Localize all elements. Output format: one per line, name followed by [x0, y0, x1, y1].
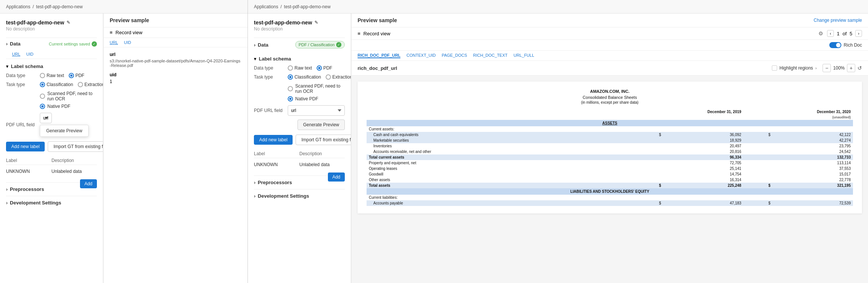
generate-preview-popup-left[interactable]: Generate Preview	[40, 125, 89, 137]
highlight-regions-toggle[interactable]: Highlight regions ›	[772, 65, 817, 71]
data-section-right[interactable]: › Data PDF / Classification	[254, 38, 345, 51]
pdf-page: AMAZON.COM, INC. Consolidated Balance Sh…	[358, 82, 862, 213]
highlight-chevron[interactable]: ›	[815, 66, 817, 70]
radio-class-right[interactable]: Classification	[288, 74, 321, 80]
add-label-row-right: Add new label Import GT from existing fi…	[254, 135, 345, 145]
col-desc-left: Description	[51, 158, 97, 163]
pdf-scanned-left[interactable]: Scanned PDF, need to run OCR	[40, 91, 97, 101]
label-schema-toggle-right[interactable]: ▾ Label schema	[254, 56, 345, 62]
radio-btn-extract-left[interactable]	[78, 82, 83, 87]
dev-settings-toggle-right[interactable]: › Development Settings	[254, 189, 345, 203]
radio-btn-extract-right[interactable]	[326, 74, 331, 80]
refresh-btn[interactable]: ↺	[857, 65, 862, 71]
radio-raw-text-right[interactable]: Raw text	[288, 65, 312, 71]
tab-uid-left[interactable]: UID	[26, 52, 33, 56]
radio-btn-scanned-right[interactable]	[288, 86, 293, 91]
current-liabilities-row: Current liabilities:	[367, 195, 853, 200]
cell-label-0: UNKNOWN	[6, 169, 51, 174]
radio-btn-scanned-left[interactable]	[40, 94, 45, 99]
toggle-track[interactable]	[829, 42, 841, 48]
tab-rich-doc-text[interactable]: RICH_DOC_TEXT	[473, 53, 508, 58]
pdf-native-right[interactable]: Native PDF	[288, 96, 345, 101]
rich-doc-toggle-row: Rich Doc	[352, 40, 868, 51]
radio-btn-pdf-left[interactable]	[69, 73, 74, 78]
import-gt-btn-right[interactable]: Import GT from existing field	[296, 135, 351, 145]
gen-preview-btn-right[interactable]: Generate Preview	[297, 120, 345, 130]
preview-header-left: Preview sample	[104, 14, 248, 27]
pdf-classification-badge[interactable]: PDF / Classification	[295, 41, 345, 48]
preprocessors-toggle-right[interactable]: › Preprocessors	[254, 176, 328, 189]
edit-icon-right[interactable]: ✎	[314, 20, 318, 25]
total-assets-row: Total assets $ 225,248 $ 321,195	[367, 183, 853, 188]
gear-btn-right[interactable]: ⚙	[818, 30, 824, 37]
tab-rich-doc-url[interactable]: RICH_DOC_PDF_URL	[358, 53, 400, 58]
task-type-label-right: Task type	[254, 74, 284, 80]
radio-pdf-right[interactable]: PDF	[317, 65, 332, 71]
rich-doc-field-header: rich_doc_pdf_url Highlight regions › − 1…	[352, 61, 868, 76]
add-new-label-btn-left[interactable]: Add new label	[6, 142, 45, 151]
radio-btn-class-left[interactable]	[40, 82, 45, 87]
tab-uid-prev-left[interactable]: UID	[124, 40, 131, 45]
data-section-left[interactable]: › Data Current settings saved	[6, 38, 97, 50]
radio-btn-native-left[interactable]	[40, 104, 45, 109]
radio-classification-left[interactable]: Classification	[40, 82, 73, 87]
record-view-label-right: Record view	[364, 31, 391, 36]
pdf-native-left[interactable]: Native PDF	[40, 104, 97, 109]
prev-btn-right[interactable]: ‹	[827, 30, 834, 37]
change-preview-btn-right[interactable]: Change preview sample	[814, 18, 862, 23]
radio-btn-native-right[interactable]	[288, 96, 293, 101]
chevron-down-schema-r: ▾	[254, 56, 257, 62]
label-table-left: Label Description UNKNOWN Unlabeled data	[6, 156, 97, 176]
add-new-label-btn-right[interactable]: Add new label	[254, 135, 293, 145]
import-gt-btn-left[interactable]: Import GT from existing field	[48, 141, 103, 152]
radio-btn-class-right[interactable]	[288, 74, 293, 80]
breadcrumb-apps-left[interactable]: Applications	[6, 4, 30, 9]
record-view-bar-right: ≡ Record view ⚙ ‹ 1 of 5 ›	[352, 27, 868, 40]
sample-url-section-left: url s3://snorkel-native-pdf-sample-datas…	[104, 47, 248, 72]
rich-doc-toggle[interactable]: Rich Doc	[829, 42, 862, 48]
tab-url-left[interactable]: URL	[12, 52, 20, 56]
dev-settings-section-right: › Development Settings	[254, 189, 345, 203]
add-label-row-left: Add new label Import GT from existing fi…	[6, 141, 97, 152]
chevron-right-dev-r: ›	[254, 193, 255, 199]
breadcrumb-apps-right[interactable]: Applications	[254, 4, 278, 9]
zoom-out-btn[interactable]: −	[823, 64, 831, 72]
pdf-url-select-right[interactable]: url	[288, 105, 345, 116]
chevron-right-pre: ›	[6, 186, 8, 192]
preprocessors-toggle-left[interactable]: › Preprocessors	[6, 183, 80, 196]
radio-btn-pdf-right[interactable]	[317, 65, 322, 71]
pdf-type-options-left: Scanned PDF, need to run OCR Native PDF	[40, 91, 97, 109]
edit-icon-left[interactable]: ✎	[66, 20, 70, 25]
toggle-thumb	[836, 43, 841, 47]
radio-extract-right[interactable]: Extraction	[326, 74, 351, 80]
page-current: 1	[837, 31, 839, 36]
balance-sheet-table: December 31, 2019 December 31, 2020 (una…	[367, 109, 853, 206]
radio-pdf-left[interactable]: PDF	[69, 73, 85, 78]
add-btn-right[interactable]: Add	[328, 173, 345, 182]
status-dot-left	[92, 41, 97, 47]
tab-page-docs[interactable]: PAGE_DOCS	[442, 53, 467, 58]
col-desc-right: Description	[299, 151, 345, 156]
add-btn-left[interactable]: Add	[80, 179, 97, 188]
highlight-checkbox[interactable]	[772, 65, 777, 71]
radio-btn-raw-left[interactable]	[40, 73, 45, 78]
dev-settings-toggle-left[interactable]: › Development Settings	[6, 196, 97, 209]
pdf-scanned-right[interactable]: Scanned PDF, need to run OCR	[288, 83, 345, 94]
zoom-in-btn[interactable]: +	[847, 64, 855, 72]
radio-raw-text-left[interactable]: Raw text	[40, 73, 64, 78]
tab-url-full[interactable]: URL_FULL	[513, 53, 534, 58]
breadcrumb-app-left: test-pdf-app-demo-new	[36, 4, 83, 9]
sample-uid-label-left: uid	[110, 72, 242, 77]
next-btn-right[interactable]: ›	[855, 30, 862, 37]
tab-url-prev-left[interactable]: URL	[110, 40, 118, 45]
tab-context-uid[interactable]: CONTEXT_UID	[406, 53, 436, 58]
task-type-label-left: Task type	[6, 82, 36, 87]
breadcrumb-left: Applications / test-pdf-app-demo-new	[0, 0, 248, 14]
radio-extraction-left[interactable]: Extraction	[78, 82, 103, 87]
assets-section-row: ASSETS	[367, 120, 853, 126]
label-schema-toggle-left[interactable]: ▾ Label schema	[6, 64, 97, 69]
radio-btn-raw-right[interactable]	[288, 65, 293, 71]
chevron-down-schema: ▾	[6, 64, 9, 69]
pdf-url-select-left[interactable]: url	[40, 113, 52, 123]
table-row-left-0: UNKNOWN Unlabeled data	[6, 166, 97, 176]
